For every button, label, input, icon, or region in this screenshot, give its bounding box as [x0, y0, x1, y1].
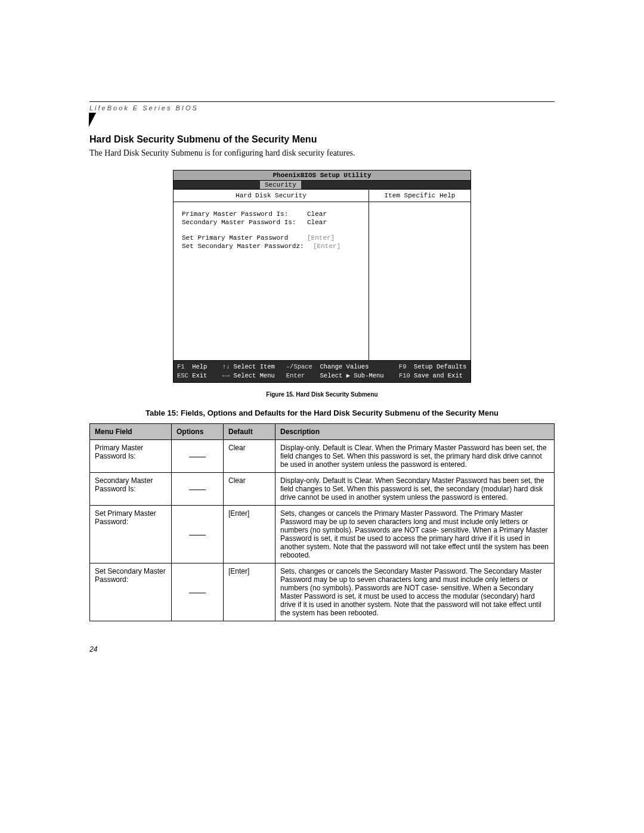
section-intro: The Hard Disk Security Submenu is for co… [89, 148, 555, 158]
dash-icon [189, 593, 206, 593]
bios-left-content: Primary Master Password Is:Clear Seconda… [174, 202, 369, 360]
cell-field: Primary Master Password Is: [90, 440, 172, 473]
table-row: Secondary Master Password Is: Clear Disp… [90, 473, 555, 506]
bios-row-label: Primary Master Password Is: [182, 210, 307, 218]
dash-icon [189, 490, 206, 490]
cell-desc: Display-only. Default is Clear. When the… [275, 440, 555, 473]
bios-row-value[interactable]: [Enter] [313, 243, 340, 250]
fields-table: Menu Field Options Default Description P… [89, 423, 555, 621]
table-row: Set Primary Master Password: [Enter] Set… [90, 506, 555, 563]
dash-icon [189, 457, 206, 457]
bios-footer: F1 Help ↑↓ Select Item -/Space Change Va… [174, 360, 470, 382]
table-caption: Table 15: Fields, Options and Defaults f… [89, 408, 555, 417]
bios-row-value[interactable]: [Enter] [307, 234, 335, 241]
bios-left-header: Hard Disk Security [174, 190, 369, 202]
cell-desc: Sets, changes or cancels the Primary Mas… [275, 506, 555, 563]
cell-options [172, 506, 224, 563]
bios-row-label[interactable]: Set Secondary Master Passwordz: [182, 243, 313, 250]
bios-right-header: Item Specific Help [369, 190, 470, 202]
th-menu-field: Menu Field [90, 424, 172, 440]
cell-options [172, 563, 224, 621]
cell-default: [Enter] [224, 563, 275, 621]
bios-tab-security[interactable]: Security [260, 181, 301, 189]
cell-options [172, 440, 224, 473]
bios-menubar: Security [174, 181, 470, 190]
bios-row-value: Clear [307, 219, 327, 226]
bios-row-value: Clear [307, 210, 327, 218]
th-description: Description [275, 424, 555, 440]
running-header: LifeBook E Series BIOS [89, 104, 555, 112]
cell-desc: Sets, changes or cancels the Secondary M… [275, 563, 555, 621]
cell-field: Set Secondary Master Password: [90, 563, 172, 621]
figure-caption: Figure 15. Hard Disk Security Submenu [89, 391, 555, 398]
bios-row-label[interactable]: Set Primary Master Password [182, 234, 307, 241]
dash-icon [189, 535, 206, 535]
cell-default: Clear [224, 440, 275, 473]
bios-titlebar: PhoenixBIOS Setup Utility [174, 171, 470, 181]
bios-window: PhoenixBIOS Setup Utility Security Hard … [173, 170, 471, 383]
cell-default: [Enter] [224, 506, 275, 563]
top-rule [89, 101, 555, 102]
bios-row-label: Secondary Master Password Is: [182, 219, 307, 226]
cell-field: Secondary Master Password Is: [90, 473, 172, 506]
cell-field: Set Primary Master Password: [90, 506, 172, 563]
th-options: Options [172, 424, 224, 440]
th-default: Default [224, 424, 275, 440]
cell-options [172, 473, 224, 506]
section-title: Hard Disk Security Submenu of the Securi… [89, 134, 555, 145]
page-number: 24 [89, 645, 555, 654]
wedge-ornament [85, 113, 96, 127]
table-row: Set Secondary Master Password: [Enter] S… [90, 563, 555, 621]
cell-desc: Display-only. Default is Clear. When Sec… [275, 473, 555, 506]
cell-default: Clear [224, 473, 275, 506]
table-row: Primary Master Password Is: Clear Displa… [90, 440, 555, 473]
bios-help-content [369, 202, 470, 360]
